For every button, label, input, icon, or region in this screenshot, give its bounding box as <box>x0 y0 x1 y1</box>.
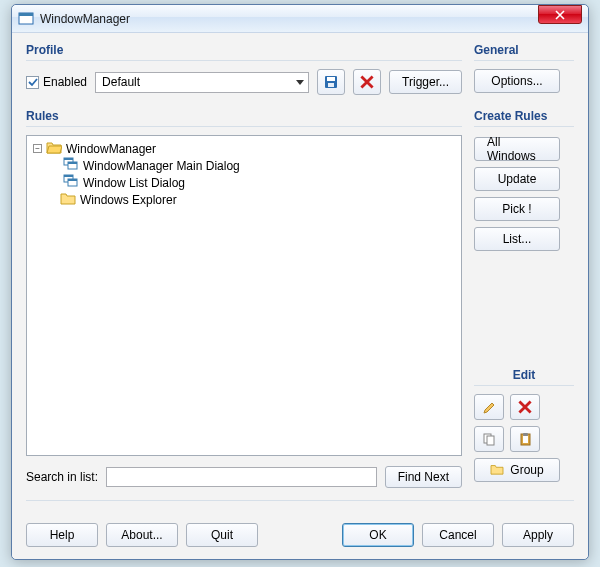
edit-group: Edit <box>474 368 574 488</box>
window-title: WindowManager <box>40 12 588 26</box>
floppy-icon <box>323 74 339 90</box>
tree-node-folder[interactable]: Windows Explorer <box>31 191 457 208</box>
profile-heading: Profile <box>26 43 462 60</box>
svg-rect-1 <box>19 13 33 16</box>
copy-icon <box>482 432 497 447</box>
svg-rect-14 <box>487 436 494 445</box>
clipboard-icon <box>518 432 533 447</box>
folder-icon <box>490 463 504 478</box>
create-rules-group: Create Rules All Windows Update Pick ! L… <box>474 109 574 257</box>
create-rules-heading: Create Rules <box>474 109 574 126</box>
svg-rect-16 <box>523 436 528 443</box>
help-button[interactable]: Help <box>26 523 98 547</box>
profile-controls: Enabled Default Trigger... <box>26 69 462 95</box>
top-row: Profile Enabled Default <box>26 43 574 95</box>
edit-button[interactable] <box>474 394 504 420</box>
all-windows-button[interactable]: All Windows <box>474 137 560 161</box>
rules-heading: Rules <box>26 109 462 126</box>
tree-node-window[interactable]: Window List Dialog <box>31 174 457 191</box>
cancel-button[interactable]: Cancel <box>422 523 494 547</box>
tree-node-window[interactable]: WindowManager Main Dialog <box>31 157 457 174</box>
svg-rect-3 <box>327 77 335 81</box>
footer-row: Help About... Quit OK Cancel Apply <box>26 523 574 547</box>
search-label: Search in list: <box>26 470 98 484</box>
folder-icon <box>60 191 76 208</box>
tree-label: WindowManager Main Dialog <box>83 159 240 173</box>
profile-group: Profile Enabled Default <box>26 43 462 95</box>
close-button[interactable] <box>538 5 582 24</box>
search-input[interactable] <box>106 467 377 487</box>
tree-label: WindowManager <box>66 142 156 156</box>
find-next-button[interactable]: Find Next <box>385 466 462 488</box>
tree-label: Windows Explorer <box>80 193 177 207</box>
middle-row: Rules − WindowManager WindowMan <box>26 109 574 488</box>
svg-rect-8 <box>68 162 77 164</box>
apply-button[interactable]: Apply <box>502 523 574 547</box>
svg-rect-12 <box>68 179 77 181</box>
app-icon <box>18 11 34 27</box>
delete-button[interactable] <box>510 394 540 420</box>
svg-rect-4 <box>328 83 334 87</box>
window-body: Profile Enabled Default <box>12 33 588 559</box>
main-window: WindowManager Profile Enabled Defau <box>11 4 589 560</box>
search-row: Search in list: Find Next <box>26 466 462 488</box>
edit-heading: Edit <box>474 368 574 385</box>
profile-selected: Default <box>102 75 140 89</box>
paste-button[interactable] <box>510 426 540 452</box>
pick-button[interactable]: Pick ! <box>474 197 560 221</box>
folder-open-icon <box>46 140 62 157</box>
checkbox-box <box>26 76 39 89</box>
trigger-button[interactable]: Trigger... <box>389 70 462 94</box>
window-icon <box>63 174 79 191</box>
quit-button[interactable]: Quit <box>186 523 258 547</box>
group-button[interactable]: Group <box>474 458 560 482</box>
window-icon <box>63 157 79 174</box>
x-icon <box>360 75 374 89</box>
check-icon <box>28 77 38 87</box>
rules-tree[interactable]: − WindowManager WindowManager Main Dialo… <box>26 135 462 456</box>
enabled-label: Enabled <box>43 75 87 89</box>
dropdown-arrow-icon <box>296 75 304 89</box>
general-group: General Options... <box>474 43 574 95</box>
ok-button[interactable]: OK <box>342 523 414 547</box>
about-button[interactable]: About... <box>106 523 178 547</box>
general-heading: General <box>474 43 574 60</box>
svg-rect-6 <box>64 158 73 160</box>
x-icon <box>518 400 532 414</box>
copy-button[interactable] <box>474 426 504 452</box>
side-column: Create Rules All Windows Update Pick ! L… <box>474 109 574 488</box>
svg-rect-10 <box>64 175 73 177</box>
titlebar[interactable]: WindowManager <box>12 5 588 33</box>
profile-select[interactable]: Default <box>95 72 309 93</box>
rules-group: Rules − WindowManager WindowMan <box>26 109 462 488</box>
update-button[interactable]: Update <box>474 167 560 191</box>
tree-label: Window List Dialog <box>83 176 185 190</box>
list-button[interactable]: List... <box>474 227 560 251</box>
delete-profile-button[interactable] <box>353 69 381 95</box>
pencil-icon <box>482 400 497 415</box>
tree-node-folder[interactable]: − WindowManager <box>31 140 457 157</box>
options-button[interactable]: Options... <box>474 69 560 93</box>
svg-rect-17 <box>523 433 528 436</box>
save-profile-button[interactable] <box>317 69 345 95</box>
expander-icon[interactable]: − <box>33 144 42 153</box>
close-icon <box>555 10 565 20</box>
enabled-checkbox[interactable]: Enabled <box>26 75 87 89</box>
